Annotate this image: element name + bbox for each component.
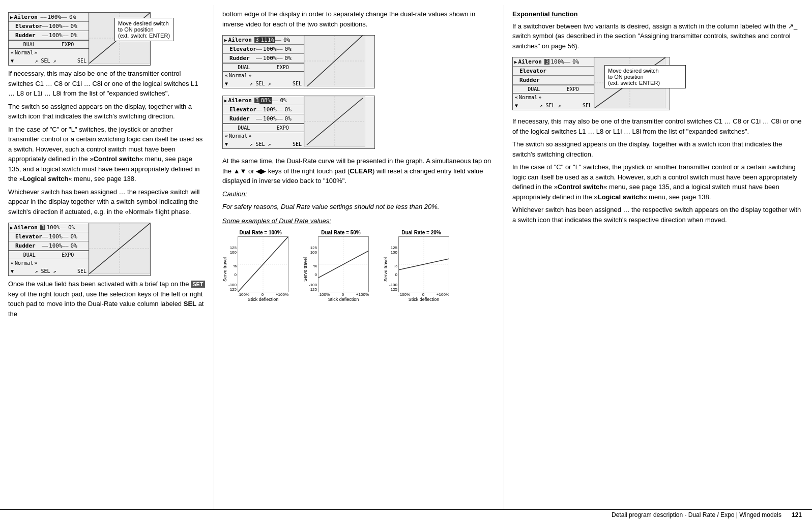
middle-para1: At the same time, the Dual-Rate curve wi… xyxy=(222,156,496,186)
right-para3: The switch so assigned appears on the di… xyxy=(512,139,804,159)
normal-row: « Normal » xyxy=(9,48,89,56)
para-box2-text: Once the value field has been activated … xyxy=(8,279,206,319)
right-para4: In the case of "C" or "L" switches, the … xyxy=(512,162,804,202)
right-para2: If necessary, this may also be one of th… xyxy=(512,116,804,136)
ui-box-right: ▶ Aileron 3 100% —— 0% Elevator Rudder xyxy=(512,57,670,110)
page-footer: Detail program description - Dual Rate /… xyxy=(0,509,812,520)
chart-50-xlabel: Stick deflection xyxy=(318,297,369,302)
chart-50-svg xyxy=(318,236,369,292)
elevator-label: Elevator xyxy=(15,23,42,29)
chart-100-xlabel: Stick deflection xyxy=(238,297,288,302)
aileron-label: Aileron xyxy=(14,14,40,20)
graph-111 xyxy=(304,36,365,88)
sel-row: ▼ ↗ SEL ↗ SEL xyxy=(9,56,89,65)
chart-20-xlabel: Stick deflection xyxy=(398,297,449,302)
tooltip-box-right: Move desired switch to ON position (ext.… xyxy=(604,65,686,88)
pct-88: 88% xyxy=(259,97,272,104)
ui-box-88: ▶ Aileron 3 88% —— 0% Elevator —— 100% —… xyxy=(222,96,375,149)
para-left-4: Whichever switch has been assigned … the… xyxy=(8,187,206,217)
middle-intro: bottom edge of the display in order to s… xyxy=(222,9,496,29)
chart-20-ylabel: Servo travel xyxy=(383,236,388,302)
middle-column: bottom edge of the display in order to s… xyxy=(214,5,504,515)
chart-50-title: Dual Rate = 50% xyxy=(303,230,379,235)
graph-88 xyxy=(304,96,365,148)
right-column: Exponential function If a switchover bet… xyxy=(504,5,812,515)
graph-area-2 xyxy=(89,223,150,276)
set-key: SET xyxy=(191,281,205,288)
pct-111: 111% xyxy=(259,37,275,43)
aileron-arrow-icon: ▶ xyxy=(10,15,13,20)
para-left-2: The switch so assigned appears on the di… xyxy=(8,102,206,121)
right-para5: Whichever switch has been assigned … the… xyxy=(512,205,804,225)
right-para1: If a switchover between two variants is … xyxy=(512,21,804,51)
chart-50-ylabel: Servo travel xyxy=(303,236,308,302)
ui-box-1: ▶ Aileron —— 100% —— 0% Elevator —— 100%… xyxy=(8,12,151,66)
chart-100-title: Dual Rate = 100% xyxy=(222,230,299,235)
graph-area-1: Move desired switch to ON position (ext.… xyxy=(89,13,150,65)
left-column: ▶ Aileron —— 100% —— 0% Elevator —— 100%… xyxy=(0,5,214,515)
para-left-1: If necessary, this may also be one of th… xyxy=(8,69,206,99)
section-heading: Exponential function xyxy=(512,9,804,19)
ui-box-111: ▶ Aileron 3 111% —— 0% Elevator —— 100% … xyxy=(222,35,375,88)
charts-row: Dual Rate = 100% Servo travel 125 100 % … xyxy=(222,230,496,302)
page-number: 121 xyxy=(792,511,802,518)
or-text: or xyxy=(182,290,188,298)
chart-100: Dual Rate = 100% Servo travel 125 100 % … xyxy=(222,230,299,302)
dual-expo-row: DUAL EXPO xyxy=(9,40,89,48)
graph-right: Move desired switch to ON position (ext.… xyxy=(594,57,655,110)
footer-text: Detail program description - Dual Rate /… xyxy=(612,511,781,518)
chart-20-title: Dual Rate = 20% xyxy=(383,230,459,235)
chart-20: Dual Rate = 20% Servo travel 125 100 % 0… xyxy=(383,230,459,302)
rudder-label: Rudder xyxy=(15,32,42,39)
aileron-pct1: 100% xyxy=(47,14,61,20)
aileron-pct2: 0% xyxy=(69,14,76,20)
para-left-3: In the case of "C" or "L" switches, the … xyxy=(8,125,206,184)
caution-text: For safety reasons, Dual Rate value sett… xyxy=(222,202,496,212)
ui-box-2: ▶ Aileron 3 100% —— 0% Elevator —— 100% … xyxy=(8,223,151,276)
chart-100-svg xyxy=(238,236,288,292)
chart-100-ylabel: Servo travel xyxy=(222,236,227,302)
caution-title: Caution: xyxy=(222,189,496,199)
chart-50: Dual Rate = 50% Servo travel 125 100 % 0… xyxy=(303,230,379,302)
page-container: ▶ Aileron —— 100% —— 0% Elevator —— 100%… xyxy=(0,0,812,520)
tooltip-box-1: Move desired switch to ON position (ext.… xyxy=(114,18,173,41)
examples-title: Some examples of Dual Rate values: xyxy=(222,216,496,226)
chart-20-svg xyxy=(398,236,449,292)
